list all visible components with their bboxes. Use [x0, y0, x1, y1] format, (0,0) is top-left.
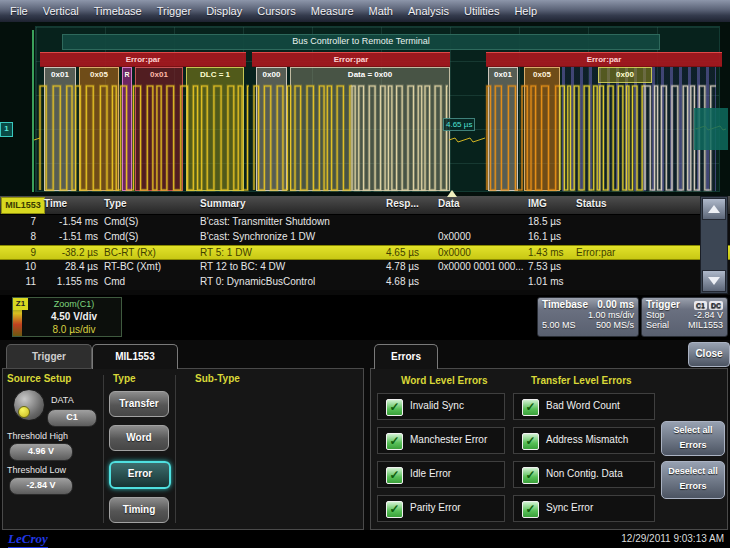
menu-trigger[interactable]: Trigger: [157, 5, 191, 17]
table-row[interactable]: 1028.4 µsRT-BC (Xmt)RT 12 to BC: 4 DW4.7…: [0, 260, 730, 275]
menu-timebase[interactable]: Timebase: [94, 5, 142, 17]
trigger-position-marker: [447, 190, 457, 197]
waveform-display[interactable]: Bus Controller to Remote Terminal Error:…: [0, 22, 730, 196]
channel-1-marker[interactable]: 1: [0, 122, 13, 137]
col-summary: Summary: [200, 198, 246, 209]
divider: [175, 375, 176, 523]
check-bad-word-count[interactable]: ✓ Bad Word Count: [513, 393, 655, 420]
errors-panel: Word Level Errors Transfer Level Errors …: [370, 368, 728, 530]
col-type: Type: [104, 198, 127, 209]
source-setup-title: Source Setup: [7, 373, 71, 384]
protocol-corner-badge[interactable]: MIL1553: [1, 197, 45, 214]
tab-errors[interactable]: Errors: [374, 344, 438, 369]
col-img: IMG: [528, 198, 547, 209]
mil1553-panel: Source Setup DATA C1 Threshold High 4.96…: [2, 368, 364, 530]
col-resp: Resp...: [386, 198, 419, 209]
col-time: Time: [44, 198, 67, 209]
transfer-level-title: Transfer Level Errors: [531, 375, 632, 386]
type-transfer-button[interactable]: Transfer: [109, 391, 169, 417]
source-knob[interactable]: [13, 389, 45, 421]
unzoomed-trace-region: [694, 108, 728, 150]
divider: [103, 375, 104, 523]
trigger-coupling-badge: DC: [709, 301, 723, 310]
checkbox-checked-icon: ✓: [386, 433, 403, 450]
close-button[interactable]: Close: [688, 342, 730, 367]
arrow-down-icon: [708, 277, 720, 285]
checkbox-checked-icon: ✓: [386, 501, 403, 518]
zoom-trace-descriptor[interactable]: Z1 Zoom(C1) 4.50 V/div 8.0 µs/div: [12, 297, 122, 337]
oscilloscope-screen: File Vertical Timebase Trigger Display C…: [0, 0, 730, 548]
dialog-area: Trigger MIL1553 Source Setup DATA C1 Thr…: [0, 340, 730, 530]
datetime-stamp: 12/29/2011 9:03:13 AM: [621, 533, 724, 544]
threshold-high-label: Threshold High: [7, 431, 68, 441]
menu-analysis[interactable]: Analysis: [408, 5, 449, 17]
check-sync-error[interactable]: ✓ Sync Error: [513, 495, 655, 522]
check-non-contig-data[interactable]: ✓ Non Contig. Data: [513, 461, 655, 488]
checkbox-checked-icon: ✓: [386, 399, 403, 416]
checkbox-checked-icon: ✓: [386, 467, 403, 484]
threshold-low-label: Threshold Low: [7, 465, 66, 475]
source-field[interactable]: C1: [47, 409, 97, 427]
table-row-selected[interactable]: 9-38.2 µsBC-RT (Rx)RT 5: 1 DW4.65 µs0x00…: [0, 245, 730, 260]
menu-math[interactable]: Math: [369, 5, 393, 17]
subtype-title: Sub-Type: [195, 373, 240, 384]
lecroy-logo[interactable]: LeCroy: [8, 531, 48, 548]
type-timing-button[interactable]: Timing: [109, 497, 169, 523]
menu-help[interactable]: Help: [514, 5, 537, 17]
arrow-up-icon: [708, 205, 720, 213]
menu-display[interactable]: Display: [206, 5, 242, 17]
tab-mil1553[interactable]: MIL1553: [92, 344, 178, 369]
check-address-mismatch[interactable]: ✓ Address Mismatch: [513, 427, 655, 454]
menu-bar: File Vertical Timebase Trigger Display C…: [0, 0, 730, 22]
table-row[interactable]: 8-1.51 msCmd(S)B'cast: Synchronize 1 DW0…: [0, 230, 730, 245]
trigger-descriptor[interactable]: Trigger C1DC Stop-2.84 V SerialMIL1553: [641, 297, 728, 337]
menu-cursors[interactable]: Cursors: [257, 5, 296, 17]
checkbox-checked-icon: ✓: [522, 433, 539, 450]
menu-measure[interactable]: Measure: [311, 5, 354, 17]
col-data: Data: [438, 198, 460, 209]
trigger-source-badge: C1: [694, 301, 707, 310]
zoom-trace-tag: Z1: [13, 298, 28, 310]
menu-utilities[interactable]: Utilities: [464, 5, 499, 17]
knob-indicator-icon: [18, 406, 30, 418]
gap-measurement-label: 4.65 µs: [443, 118, 475, 131]
check-idle-error[interactable]: ✓ Idle Error: [377, 461, 505, 488]
select-all-errors-button[interactable]: Select all Errors: [661, 421, 725, 456]
checkbox-checked-icon: ✓: [522, 399, 539, 416]
check-invalid-sync[interactable]: ✓ Invalid Sync: [377, 393, 505, 420]
scroll-up-button[interactable]: [702, 198, 726, 220]
source-label: DATA: [51, 395, 74, 405]
tab-trigger[interactable]: Trigger: [6, 344, 92, 369]
signal-trace: [0, 22, 730, 196]
type-word-button[interactable]: Word: [109, 425, 169, 451]
checkbox-checked-icon: ✓: [522, 501, 539, 518]
table-header: MIL1553 Time Type Summary Resp... Data I…: [0, 196, 730, 215]
decode-table: MIL1553 Time Type Summary Resp... Data I…: [0, 196, 730, 295]
table-scrollbar[interactable]: [700, 196, 728, 294]
descriptor-strip: Z1 Zoom(C1) 4.50 V/div 8.0 µs/div Timeba…: [0, 295, 730, 340]
check-manchester-error[interactable]: ✓ Manchester Error: [377, 427, 505, 454]
word-level-title: Word Level Errors: [401, 375, 488, 386]
type-title: Type: [113, 373, 136, 384]
table-row[interactable]: 111.155 msCmdRT 0: DynamicBusControl4.68…: [0, 275, 730, 290]
check-parity-error[interactable]: ✓ Parity Error: [377, 495, 505, 522]
checkbox-checked-icon: ✓: [522, 467, 539, 484]
threshold-low-field[interactable]: -2.84 V: [9, 477, 73, 495]
type-error-button[interactable]: Error: [109, 461, 171, 489]
menu-file[interactable]: File: [10, 5, 28, 17]
timebase-descriptor[interactable]: Timebase0.00 ms 1.00 ms/div 5.00 MS500 M…: [537, 297, 639, 337]
table-row[interactable]: 7-1.54 msCmd(S)B'cast: Transmitter Shutd…: [0, 215, 730, 230]
threshold-high-field[interactable]: 4.96 V: [9, 443, 73, 461]
col-status: Status: [576, 198, 607, 209]
footer-bar: LeCroy 12/29/2011 9:03:13 AM: [0, 530, 730, 548]
deselect-all-errors-button[interactable]: Deselect all Errors: [661, 461, 725, 499]
scroll-down-button[interactable]: [702, 270, 726, 292]
menu-vertical[interactable]: Vertical: [43, 5, 79, 17]
